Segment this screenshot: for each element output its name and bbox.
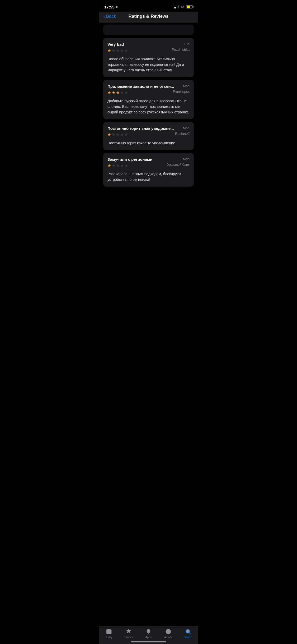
review-body: Добавьте русский голос для пылесоса! Это… [107, 98, 190, 115]
partial-scroll-card [103, 25, 194, 35]
wifi-icon [180, 5, 185, 9]
review-title: Замучили с регионами [107, 157, 181, 162]
star-empty: ★ [124, 48, 128, 53]
star-filled: ★ [107, 163, 111, 168]
star-filled: ★ [107, 90, 111, 95]
review-header: Приложение зависло и не откли... Mon [107, 84, 190, 89]
star-empty: ★ [124, 90, 128, 95]
star-rating: ★★★★★ [107, 90, 128, 95]
star-empty: ★ [120, 132, 124, 137]
reviews-container: Very bad Tue ★★★★★ Pozdnishka После обно… [103, 38, 194, 187]
review-title: Постоянно горит знак уведомле... [107, 126, 181, 131]
review-title: Very bad [107, 42, 182, 47]
review-header: Постоянно горит знак уведомле... Mon [107, 126, 190, 131]
star-filled: ★ [112, 90, 115, 95]
review-card: Замучили с регионами Mon ★★★★★ Ужасный б… [103, 153, 194, 187]
star-empty: ★ [112, 48, 115, 53]
stars-author-row: ★★★★★ Ruslanoff [107, 132, 190, 138]
review-body: Разочарован наглым подходом, блокируют у… [107, 171, 190, 182]
review-date: Tue [184, 42, 190, 46]
review-author: Frankiepss [173, 90, 190, 94]
content-area: Very bad Tue ★★★★★ Pozdnishka После обно… [99, 22, 198, 216]
review-author: Pozdnishka [172, 48, 190, 52]
review-body: После обновления приложение сильно тормо… [107, 56, 190, 73]
status-icons [174, 5, 193, 9]
status-bar: 17:55 ➤ [99, 0, 198, 12]
review-date: Mon [183, 84, 190, 88]
stars-author-row: ★★★★★ Pozdnishka [107, 48, 190, 54]
reviews-list: Very bad Tue ★★★★★ Pozdnishka После обно… [103, 25, 194, 216]
page-title: Ratings & Reviews [128, 14, 168, 19]
star-filled: ★ [107, 132, 111, 137]
review-title: Приложение зависло и не откли... [107, 84, 181, 89]
star-empty: ★ [120, 48, 124, 53]
signal-icon [174, 5, 179, 8]
review-card: Very bad Tue ★★★★★ Pozdnishka После обно… [103, 38, 194, 77]
star-empty: ★ [120, 90, 124, 95]
stars-author-row: ★★★★★ Ужасный банк [107, 163, 190, 169]
star-empty: ★ [116, 132, 120, 137]
star-rating: ★★★★★ [107, 163, 128, 168]
review-date: Mon [183, 157, 190, 161]
battery-icon [186, 5, 193, 8]
review-author: Ruslanoff [175, 132, 190, 136]
star-rating: ★★★★★ [107, 48, 128, 53]
star-empty: ★ [112, 132, 115, 137]
nav-header: ‹ Back Ratings & Reviews [99, 12, 198, 22]
review-author: Ужасный банк [167, 163, 190, 167]
star-empty: ★ [124, 163, 128, 168]
review-card: Приложение зависло и не откли... Mon ★★★… [103, 80, 194, 119]
stars-author-row: ★★★★★ Frankiepss [107, 90, 190, 96]
review-date: Mon [183, 126, 190, 130]
star-rating: ★★★★★ [107, 132, 128, 137]
star-empty: ★ [120, 163, 124, 168]
back-button[interactable]: ‹ Back [103, 14, 116, 19]
review-header: Very bad Tue [107, 42, 190, 47]
status-time: 17:55 ➤ [104, 5, 118, 9]
star-empty: ★ [124, 132, 128, 137]
star-empty: ★ [116, 48, 120, 53]
star-empty: ★ [116, 163, 120, 168]
star-filled: ★ [116, 90, 120, 95]
review-body: Постоянно горит какое то уведомление [107, 140, 190, 146]
review-header: Замучили с регионами Mon [107, 157, 190, 162]
star-empty: ★ [112, 163, 115, 168]
back-chevron-icon: ‹ [103, 14, 105, 19]
star-filled: ★ [107, 48, 111, 53]
review-card: Постоянно горит знак уведомле... Mon ★★★… [103, 122, 194, 150]
back-label: Back [106, 14, 116, 19]
